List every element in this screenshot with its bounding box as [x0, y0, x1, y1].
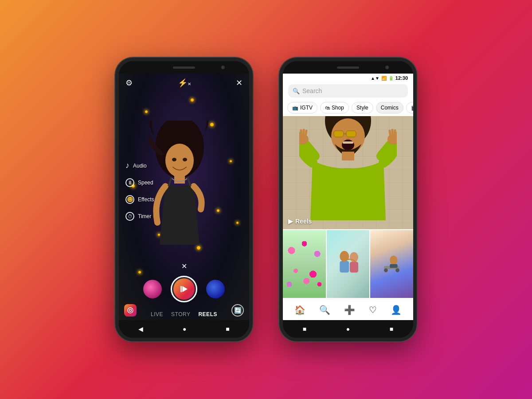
- shop-icon: 🛍: [325, 105, 330, 110]
- left-phone-top-bar: [119, 61, 249, 74]
- svg-line-26: [306, 131, 306, 134]
- couple-image: [327, 230, 370, 298]
- explore-search-bar: 🔍 Search: [283, 82, 413, 100]
- flowers-image: [283, 230, 326, 298]
- right-back-button[interactable]: ■: [303, 325, 306, 332]
- record-button[interactable]: [171, 276, 197, 302]
- igtv-tag[interactable]: 📺 IGTV: [287, 102, 317, 113]
- speaker: [173, 66, 195, 69]
- search-icon: 🔍: [293, 88, 300, 94]
- thumb-couple[interactable]: [327, 230, 370, 298]
- reels-mode-label[interactable]: REELS: [198, 311, 217, 317]
- wifi-icon: ▲▼: [371, 76, 379, 81]
- thumb-skate[interactable]: [370, 230, 413, 298]
- style-tag[interactable]: Style: [352, 102, 373, 113]
- home-nav-icon[interactable]: 🏠: [294, 305, 305, 315]
- reels-record-icon: [179, 284, 189, 294]
- instagram-logo-small: [124, 304, 137, 317]
- svg-point-1: [165, 144, 194, 177]
- signal-icon: 📶: [381, 76, 387, 81]
- comics-tag[interactable]: Comics: [376, 102, 403, 113]
- search-placeholder: Search: [302, 87, 322, 94]
- svg-rect-39: [390, 264, 397, 268]
- svg-rect-15: [346, 131, 356, 137]
- shop-label: Shop: [332, 105, 344, 111]
- search-box[interactable]: 🔍 Search: [288, 84, 408, 98]
- camera-bottom-controls: ✕: [119, 262, 249, 320]
- effects-label: Effects: [138, 196, 154, 203]
- close-mode-button[interactable]: ✕: [119, 262, 249, 270]
- svg-point-18: [342, 140, 354, 150]
- settings-icon[interactable]: ⚙: [125, 78, 133, 88]
- live-mode-label[interactable]: LIVE: [151, 311, 163, 317]
- comics-label: Comics: [381, 105, 399, 111]
- flip-icon: 🔄: [231, 304, 244, 317]
- svg-point-10: [129, 309, 132, 312]
- right-recents-button[interactable]: ■: [390, 325, 393, 332]
- left-android-nav: ◀ ● ■: [119, 320, 249, 338]
- right-phone: ▲▼ 📶 🔋 12:30 🔍 Search 📺 IGTV: [279, 58, 417, 341]
- audio-label: Audio: [133, 163, 147, 169]
- explore-tags: 📺 IGTV 🛍 Shop Style Comics 🎬: [283, 100, 413, 116]
- recents-button[interactable]: ■: [226, 325, 229, 332]
- left-phone-screen: ⚙ ⚡✕ ✕ ♪ Audio ⏸ Speed 😊 Effects: [119, 74, 249, 320]
- tv-movies-tag[interactable]: 🎬 TV & Movies: [406, 102, 413, 113]
- add-nav-icon[interactable]: ➕: [344, 305, 355, 315]
- svg-rect-34: [349, 262, 358, 272]
- right-phone-top-bar: [283, 61, 413, 74]
- right-camera-dot: [385, 66, 389, 69]
- filter-blue-button[interactable]: [206, 280, 225, 298]
- profile-nav-icon[interactable]: 👤: [391, 305, 402, 315]
- audio-icon: ♪: [125, 161, 129, 170]
- camera-top-bar: ⚙ ⚡✕ ✕: [119, 74, 249, 92]
- style-label: Style: [356, 105, 368, 111]
- svg-rect-32: [340, 261, 349, 273]
- effects-menu-item[interactable]: 😊 Effects: [125, 195, 154, 204]
- capture-row: [119, 276, 249, 302]
- timer-label: Timer: [138, 213, 151, 219]
- time-display: 12:30: [395, 75, 408, 81]
- shop-tag[interactable]: 🛍 Shop: [320, 102, 349, 113]
- power-button: [249, 114, 251, 137]
- svg-rect-4: [174, 175, 185, 184]
- main-video[interactable]: ▶ Reels: [283, 116, 413, 229]
- background: ⚙ ⚡✕ ✕ ♪ Audio ⏸ Speed 😊 Effects: [0, 0, 532, 399]
- svg-point-31: [340, 251, 349, 262]
- flash-icon[interactable]: ⚡✕: [178, 78, 191, 88]
- svg-point-2: [172, 158, 176, 161]
- close-icon[interactable]: ✕: [236, 78, 243, 88]
- igtv-label: IGTV: [300, 105, 313, 111]
- couple-svg: [329, 234, 368, 294]
- svg-line-28: [395, 130, 395, 134]
- camera-dot: [221, 66, 225, 69]
- back-button[interactable]: ◀: [138, 325, 143, 332]
- ig-logo-svg: [127, 307, 134, 314]
- filter-pink-button[interactable]: [143, 280, 162, 298]
- heart-nav-icon[interactable]: ♡: [369, 305, 377, 315]
- thumb-flowers[interactable]: [283, 230, 326, 298]
- svg-rect-14: [334, 131, 344, 137]
- timer-menu-item[interactable]: ⏱ Timer: [125, 212, 154, 221]
- effects-icon: 😊: [125, 195, 134, 204]
- reels-label: ▶ Reels: [288, 218, 312, 225]
- speed-icon: ⏸: [125, 178, 134, 187]
- explore-content: ▶ Reels: [283, 116, 413, 299]
- svg-point-11: [132, 308, 133, 309]
- mode-bar: LIVE STORY REELS 🔄: [119, 308, 249, 320]
- sparkle-10: [191, 98, 194, 102]
- sparkle-11: [236, 222, 239, 224]
- flip-camera-button[interactable]: 🔄: [231, 304, 244, 317]
- right-home-button[interactable]: ●: [346, 325, 350, 332]
- right-speaker: [337, 66, 359, 69]
- timer-icon: ⏱: [125, 212, 134, 221]
- speed-menu-item[interactable]: ⏸ Speed: [125, 178, 154, 187]
- camera-side-menu: ♪ Audio ⏸ Speed 😊 Effects ⏱ Timer: [125, 161, 154, 221]
- sparkle-3: [230, 160, 232, 162]
- search-nav-icon[interactable]: 🔍: [319, 305, 330, 315]
- svg-rect-19: [343, 141, 353, 144]
- audio-menu-item[interactable]: ♪ Audio: [125, 161, 154, 170]
- story-mode-label[interactable]: STORY: [171, 311, 190, 317]
- home-button[interactable]: ●: [183, 325, 186, 332]
- reels-video-icon: ▶: [288, 218, 293, 225]
- battery-icon: 🔋: [388, 76, 394, 81]
